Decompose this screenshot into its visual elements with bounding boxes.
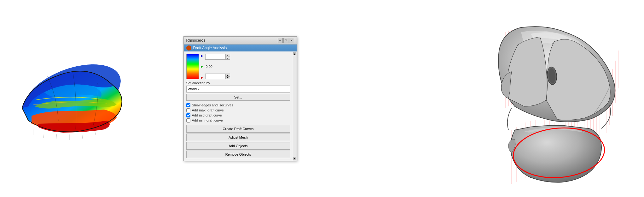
dialog-body: ▶ ▶ ▶ 5.0 ▲	[184, 51, 297, 161]
bot-spin-up[interactable]: ▲	[226, 74, 230, 76]
bot-spin-buttons: ▲ ▼	[226, 74, 230, 79]
scrollbar[interactable]: ▲ ▼	[293, 51, 297, 161]
direction-dropdown[interactable]: World Z World X World Y Custom	[186, 86, 290, 93]
direction-section-label: Set direction by	[186, 81, 290, 85]
add-mid-row: Add mid draft curve	[186, 113, 290, 117]
checkbox-group: Show edges and isocurves Add max. draft …	[186, 103, 290, 122]
add-objects-button[interactable]: Add Objects	[186, 142, 290, 150]
mid-arrow-row: ▶	[201, 65, 203, 68]
gradient-arrows: ▶ ▶ ▶	[201, 54, 203, 79]
restore-button[interactable]: □	[283, 38, 288, 43]
titlebar-buttons: – □ ✕	[278, 38, 294, 43]
set-button[interactable]: Set...	[186, 94, 290, 101]
show-edges-checkbox[interactable]	[186, 103, 190, 107]
add-min-row: Add min. draft curve	[186, 118, 290, 122]
show-edges-label: Show edges and isocurves	[192, 103, 233, 107]
center-panel: Rhinoceros – □ ✕ Draft Angle Analysis	[182, 0, 299, 197]
top-value-field[interactable]: 5.0	[205, 54, 226, 60]
bot-value-input: -5.0 ▲ ▼	[205, 74, 290, 79]
scroll-up-button[interactable]: ▲	[293, 52, 296, 55]
add-max-row: Add max. draft curve	[186, 108, 290, 112]
add-min-checkbox[interactable]	[186, 118, 190, 122]
draft-angle-shape	[3, 45, 148, 152]
dialog-section-title: Draft Angle Analysis	[184, 45, 297, 51]
top-spin-down[interactable]: ▼	[226, 57, 230, 60]
adjust-mesh-button[interactable]: Adjust Mesh	[186, 134, 290, 141]
gradient-inputs: 5.0 ▲ ▼ 0,00 -5.0	[205, 54, 290, 79]
app-title: Rhinoceros	[186, 38, 206, 43]
direction-dropdown-row: World Z World X World Y Custom	[186, 86, 290, 93]
mouse-3d-shape	[345, 7, 628, 190]
dialog-title-label: Draft Angle Analysis	[193, 46, 227, 50]
add-max-label: Add max. draft curve	[192, 108, 224, 112]
top-arrow-icon: ▶	[201, 54, 203, 57]
left-viewport	[0, 0, 151, 197]
top-arrow-row: ▶	[201, 54, 203, 57]
top-spin-buttons: ▲ ▼	[226, 54, 230, 60]
dialog-titlebar: Rhinoceros – □ ✕	[184, 37, 297, 45]
remove-objects-button[interactable]: Remove Objects	[186, 151, 290, 158]
add-min-label: Add min. draft curve	[192, 118, 223, 122]
color-gradient-bar	[186, 54, 199, 79]
mid-value-label: 0,00	[206, 65, 212, 69]
bot-value-field[interactable]: -5.0	[205, 74, 226, 79]
bot-arrow-row: ▶	[201, 76, 203, 79]
add-mid-checkbox[interactable]	[186, 113, 190, 117]
dialog-main-content: ▶ ▶ ▶ 5.0 ▲	[184, 51, 293, 161]
right-viewport	[329, 0, 644, 197]
mid-arrow-icon: ▶	[201, 65, 203, 68]
show-edges-row: Show edges and isocurves	[186, 103, 290, 107]
action-buttons: Create Draft Curves Adjust Mesh Add Obje…	[186, 125, 290, 158]
top-value-input: 5.0 ▲ ▼	[205, 54, 290, 60]
minimize-button[interactable]: –	[278, 38, 283, 43]
add-max-checkbox[interactable]	[186, 108, 190, 112]
draft-angle-dialog: Rhinoceros – □ ✕ Draft Angle Analysis	[183, 36, 297, 161]
gradient-section: ▶ ▶ ▶ 5.0 ▲	[186, 54, 290, 79]
add-mid-label: Add mid draft curve	[192, 113, 222, 117]
top-spin-up[interactable]: ▲	[226, 54, 230, 57]
scroll-down-button[interactable]: ▼	[293, 157, 296, 160]
bot-arrow-icon: ▶	[201, 76, 203, 79]
bot-spin-down[interactable]: ▼	[226, 76, 230, 79]
close-button[interactable]: ✕	[289, 38, 294, 43]
mid-value-row: 0,00	[205, 65, 290, 69]
rhino-icon	[186, 45, 191, 51]
create-draft-curves-button[interactable]: Create Draft Curves	[186, 125, 290, 133]
